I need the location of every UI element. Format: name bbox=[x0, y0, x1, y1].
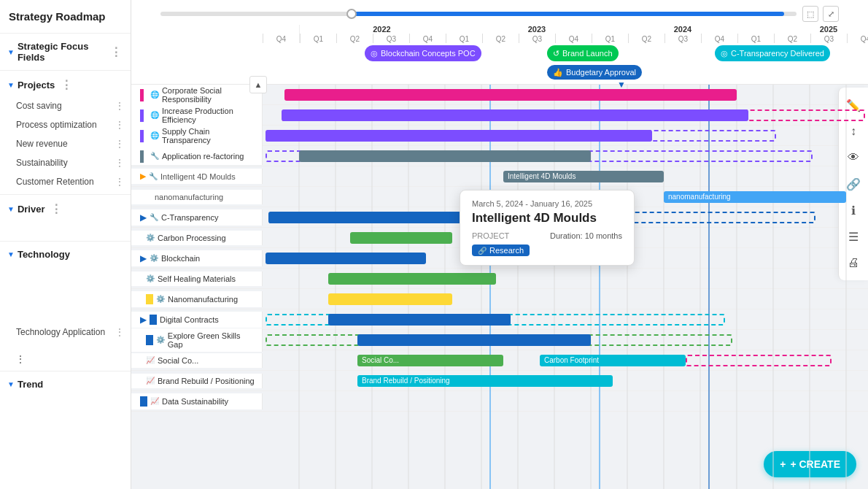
sidebar-item-tech-extra[interactable]: ⋮ bbox=[12, 350, 131, 368]
section-header-strategic[interactable]: ▼ Strategic Focus Fields ⋮ bbox=[0, 36, 131, 67]
label-ctransparency: ▶ 🔧 C-Transparency bbox=[131, 209, 263, 226]
q3-2022: Q3 bbox=[373, 34, 409, 43]
q4-2025: Q4 bbox=[847, 34, 868, 43]
bar-carbon-footprint[interactable]: Carbon Footprint bbox=[540, 355, 686, 366]
arrow-icon-technology: ▼ bbox=[7, 250, 15, 258]
bar-self-healing[interactable] bbox=[328, 273, 496, 285]
sidebar-item-customer-retention[interactable]: Customer Retention ⋮ bbox=[12, 172, 131, 191]
bar-nanomfg[interactable]: nanomanufacturing bbox=[664, 191, 846, 203]
milestone-budgetary[interactable]: 👍 Budgetary Approval bbox=[547, 65, 642, 80]
q1-2025: Q1 bbox=[737, 34, 774, 43]
sidebar-item-process-opt[interactable]: Process optimization ⋮ bbox=[12, 115, 131, 134]
section-menu-driver[interactable]: ⋮ bbox=[47, 202, 65, 216]
item-menu[interactable]: ⋮ bbox=[115, 157, 125, 169]
q1-2022: Q1 bbox=[300, 34, 336, 43]
bar-dc[interactable] bbox=[328, 314, 511, 326]
print-button[interactable]: 🖨 bbox=[842, 251, 865, 274]
bar-supply-chain[interactable] bbox=[266, 130, 652, 142]
sidebar: Strategy Roadmap ▼ Strategic Focus Field… bbox=[0, 0, 131, 489]
bar-increase-prod[interactable] bbox=[282, 109, 748, 121]
q4-2022: Q4 bbox=[409, 34, 446, 43]
list-button[interactable]: ☰ bbox=[842, 225, 865, 248]
bar-intelligent[interactable]: Intelligent 4D Moulds bbox=[503, 171, 664, 182]
item-menu[interactable]: ⋮ bbox=[115, 138, 125, 150]
sidebar-item-tech-app[interactable]: Technology Application ⋮ bbox=[12, 323, 131, 342]
q3-2025: Q3 bbox=[810, 34, 847, 43]
bar-carbon-proc[interactable] bbox=[350, 232, 452, 244]
item-menu[interactable]: ⋮ bbox=[115, 119, 125, 131]
milestone-brand-launch[interactable]: ↺ Brand Launch bbox=[547, 45, 619, 61]
gantt-scroll[interactable]: ▌ 🌐 Corporate Social Responsibility ▌ bbox=[131, 85, 868, 489]
sidebar-item-new-revenue[interactable]: New revenue ⋮ bbox=[12, 134, 131, 153]
label-brand-rebuild: 📈 Brand Rebuild / Positioning bbox=[131, 374, 263, 388]
expand-icon[interactable]: ⤢ bbox=[823, 6, 839, 22]
milestone-ctransparency[interactable]: ◎ C-Transparency Delivered bbox=[715, 45, 830, 61]
q2-2022: Q2 bbox=[336, 34, 373, 43]
item-menu[interactable]: ⋮ bbox=[115, 176, 125, 188]
section-header-projects[interactable]: ▼ Projects ⋮ bbox=[0, 74, 131, 96]
arrow-icon-projects: ▼ bbox=[7, 81, 15, 89]
bar-nano2[interactable] bbox=[328, 293, 452, 305]
years-row: Q4 2022 Q1 Q2 Q3 Q4 bbox=[263, 25, 868, 43]
create-button[interactable]: + + CREATE bbox=[764, 451, 856, 477]
timeline-slider[interactable] bbox=[160, 12, 797, 16]
section-driver: ▼ Driver ⋮ bbox=[0, 198, 131, 238]
row-area-self-healing bbox=[263, 269, 868, 289]
bar-brand-rebuild[interactable]: Brand Rebuild / Positioning bbox=[357, 375, 613, 387]
export-icon[interactable]: ⬚ bbox=[802, 6, 818, 22]
bar-social[interactable]: Social Co... bbox=[357, 355, 503, 366]
view-button[interactable]: 👁 bbox=[842, 146, 865, 169]
yellow-bar-icon bbox=[146, 294, 153, 304]
section-label-projects: Projects bbox=[18, 80, 55, 91]
tooltip-duration: Duration: 10 months bbox=[550, 231, 622, 240]
section-label-trend: Trend bbox=[18, 379, 43, 390]
bar-icon3: ▌ bbox=[140, 130, 147, 142]
row-label: Increase Production Efficiency bbox=[162, 107, 256, 124]
bar-app-refactoring[interactable] bbox=[299, 150, 591, 162]
main-content: ⬚ ⤢ Q4 bbox=[131, 0, 868, 489]
q2-2023: Q2 bbox=[482, 34, 519, 43]
section-projects: ▼ Projects ⋮ Cost saving ⋮ Process optim… bbox=[0, 74, 131, 191]
bar-green-skills[interactable] bbox=[357, 334, 591, 346]
tooltip-title: Intelligent 4D Moulds bbox=[472, 211, 622, 226]
row-increase-prod: ▌ 🌐 Increase Production Efficiency bbox=[131, 105, 868, 126]
row-label: Social Co... bbox=[158, 356, 198, 365]
item-label: Customer Retention bbox=[16, 177, 94, 187]
row-area-app-refactoring bbox=[263, 146, 868, 166]
slider-row: ⬚ ⤢ bbox=[131, 6, 868, 25]
row-label: Intelligent 4D Moulds bbox=[160, 172, 236, 181]
section-menu-projects[interactable]: ⋮ bbox=[58, 78, 75, 92]
section-header-technology[interactable]: ▼ Technology bbox=[0, 244, 131, 264]
milestone-blockchain-poc[interactable]: ◎ Blockchain Concepts POC bbox=[365, 45, 481, 61]
sidebar-item-sustainability[interactable]: Sustainability ⋮ bbox=[12, 153, 131, 172]
row-label-nanomfg: nanomanufacturing bbox=[140, 193, 223, 201]
q1-2024: Q1 bbox=[592, 34, 628, 43]
q-pre: Q4 bbox=[263, 34, 299, 43]
section-header-driver[interactable]: ▼ Driver ⋮ bbox=[0, 198, 131, 220]
slider-thumb[interactable] bbox=[346, 9, 357, 19]
label-app-refactoring: ▌ 🔧 Application re-factoring bbox=[131, 147, 263, 165]
item-label: Cost saving bbox=[16, 101, 62, 111]
bar-corporate-sr[interactable] bbox=[284, 89, 737, 101]
item-menu[interactable]: ⋮ bbox=[115, 100, 125, 112]
section-header-trend[interactable]: ▼ Trend bbox=[0, 374, 131, 394]
bar-icon: ▌ bbox=[140, 89, 147, 101]
sidebar-item-cost-saving[interactable]: Cost saving ⋮ bbox=[12, 96, 131, 115]
row-area-brand-rebuild: Brand Rebuild / Positioning bbox=[263, 371, 868, 391]
section-menu-strategic[interactable]: ⋮ bbox=[107, 45, 125, 59]
tag-icon: 🔗 bbox=[478, 247, 487, 255]
item-label: Sustainability bbox=[16, 158, 68, 168]
bar-blockchain[interactable] bbox=[266, 253, 426, 264]
milestones2-row: 👍 Budgetary Approval ▼ bbox=[263, 63, 868, 81]
tooltip-tag[interactable]: 🔗 Research bbox=[472, 244, 530, 256]
item-menu[interactable]: ⋮ bbox=[115, 326, 125, 338]
label-intelligent-4d: ▶ 🔧 Intelligent 4D Moulds bbox=[131, 169, 263, 184]
arrow-icon-trend: ▼ bbox=[7, 380, 15, 388]
sort-button[interactable]: ↕ bbox=[842, 120, 865, 143]
row-label: Brand Rebuild / Positioning bbox=[158, 377, 255, 385]
projects-items: Cost saving ⋮ Process optimization ⋮ New… bbox=[0, 96, 131, 191]
collapse-button[interactable]: ▲ bbox=[249, 76, 267, 93]
app-container: Strategy Roadmap ▼ Strategic Focus Field… bbox=[0, 0, 868, 489]
item-dots[interactable]: ⋮ bbox=[16, 354, 25, 364]
row-label: Digital Contracts bbox=[160, 315, 219, 324]
